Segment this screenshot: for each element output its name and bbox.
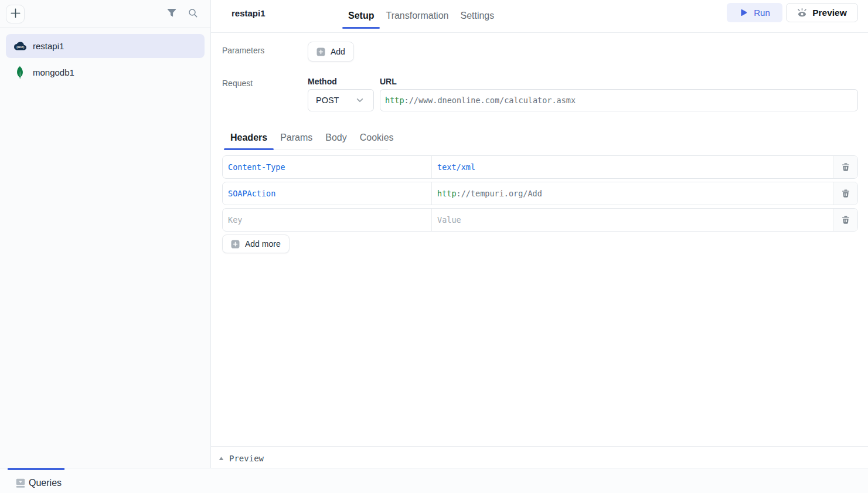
query-sidebar: {REST} restapi1 mongodb1 [0, 0, 211, 468]
delete-header-button[interactable] [833, 156, 857, 178]
header-row-1: Content-Type text/xml [222, 155, 858, 179]
query-editor-panel: restapi1 Setup Transformation Settings R… [211, 0, 868, 468]
parameters-row: Parameters Add [222, 42, 858, 62]
mongodb-icon [13, 66, 26, 79]
header-actions: Run Preview [727, 3, 858, 22]
trash-icon [841, 215, 850, 225]
search-button[interactable] [188, 8, 198, 19]
header-value-field[interactable] [437, 215, 828, 225]
header-key-text: SOAPAction [228, 189, 275, 198]
svg-text:{REST}: {REST} [16, 46, 24, 49]
play-icon [739, 8, 748, 17]
tab-transformation[interactable]: Transformation [380, 3, 454, 29]
preview-button[interactable]: Preview [786, 3, 858, 22]
plus-square-icon [316, 47, 325, 56]
tab-cookies[interactable]: Cookies [353, 132, 400, 149]
preview-button-label: Preview [812, 8, 847, 18]
request-fields: Method POST URL http://www.dneonline.com… [308, 77, 858, 111]
sidebar-toolbar [0, 0, 210, 28]
trash-icon [841, 189, 850, 198]
top-region: {REST} restapi1 mongodb1 restapi1 Setup … [0, 0, 868, 468]
preview-panel-label: Preview [229, 454, 264, 463]
trash-icon [841, 162, 850, 172]
query-editor-header: restapi1 Setup Transformation Settings R… [211, 0, 868, 33]
query-title: restapi1 [232, 8, 265, 18]
header-value-input[interactable]: http://tempuri.org/Add [432, 182, 833, 205]
add-more-label: Add more [245, 239, 281, 249]
plus-icon [11, 8, 21, 20]
plus-square-icon [231, 240, 240, 249]
delete-header-button[interactable] [833, 209, 857, 231]
url-group: URL http://www.dneonline.com/calculator.… [380, 77, 858, 111]
add-parameter-label: Add [331, 47, 345, 56]
setup-panel: Parameters Add Request Method POST [211, 33, 868, 446]
tab-body[interactable]: Body [319, 132, 353, 149]
header-value-scheme: http [437, 189, 457, 198]
tab-params[interactable]: Params [274, 132, 319, 149]
query-list-item-restapi1[interactable]: {REST} restapi1 [6, 34, 205, 58]
chevron-down-icon [355, 95, 365, 106]
app: {REST} restapi1 mongodb1 restapi1 Setup … [0, 0, 868, 493]
preview-panel-toggle[interactable]: Preview [211, 446, 868, 468]
run-button-label: Run [754, 8, 770, 18]
tab-setup[interactable]: Setup [342, 3, 380, 29]
url-label: URL [380, 77, 858, 86]
url-rest: ://www.dneonline.com/calculator.asmx [404, 96, 576, 105]
add-more-button[interactable]: Add more [222, 234, 290, 253]
request-option-tabs: Headers Params Body Cookies [224, 132, 388, 149]
add-parameter-button[interactable]: Add [308, 42, 354, 62]
header-value-input[interactable] [432, 209, 833, 231]
filter-icon [167, 8, 176, 19]
search-icon [188, 8, 198, 19]
editor-tabs: Setup Transformation Settings [342, 3, 500, 29]
filter-button[interactable] [167, 8, 176, 19]
run-button[interactable]: Run [727, 3, 782, 22]
method-select[interactable]: POST [308, 89, 374, 111]
delete-header-button[interactable] [833, 182, 857, 205]
rest-api-icon: {REST} [13, 41, 26, 51]
tab-settings[interactable]: Settings [454, 3, 500, 29]
header-key-input[interactable] [223, 209, 432, 231]
bottom-bar: Queries [0, 468, 868, 493]
queries-label: Queries [29, 478, 62, 488]
header-row-2: SOAPAction http://tempuri.org/Add [222, 182, 858, 205]
query-list: {REST} restapi1 mongodb1 [0, 28, 210, 93]
header-value-rest: ://tempuri.org/Add [457, 189, 542, 198]
queries-panel-icon [16, 478, 25, 488]
header-value-input[interactable]: text/xml [432, 156, 833, 178]
header-value-text: text/xml [437, 162, 475, 172]
header-key-field[interactable] [228, 215, 426, 225]
queries-active-indicator [8, 468, 64, 470]
query-list-item-mongodb1[interactable]: mongodb1 [6, 60, 205, 84]
header-key-text: Content-Type [228, 162, 285, 172]
header-key-input[interactable]: Content-Type [223, 156, 432, 178]
query-item-label: mongodb1 [33, 67, 74, 77]
request-row: Request Method POST URL http://www.dneon… [222, 77, 858, 111]
request-label: Request [222, 77, 308, 111]
method-value: POST [316, 96, 339, 105]
tab-headers[interactable]: Headers [224, 132, 274, 149]
add-query-button[interactable] [6, 5, 25, 23]
parameters-label: Parameters [222, 42, 308, 55]
headers-rows: Content-Type text/xml SOAPAction http://… [222, 155, 858, 232]
url-input[interactable]: http://www.dneonline.com/calculator.asmx [380, 89, 858, 111]
triangle-up-icon [219, 456, 224, 461]
header-key-input[interactable]: SOAPAction [223, 182, 432, 205]
header-row-3 [222, 208, 858, 232]
url-scheme: http [385, 96, 404, 105]
query-item-label: restapi1 [33, 41, 64, 51]
method-group: Method POST [308, 77, 374, 111]
method-label: Method [308, 77, 374, 86]
eye-icon [797, 8, 807, 18]
queries-toggle[interactable]: Queries [16, 478, 62, 488]
